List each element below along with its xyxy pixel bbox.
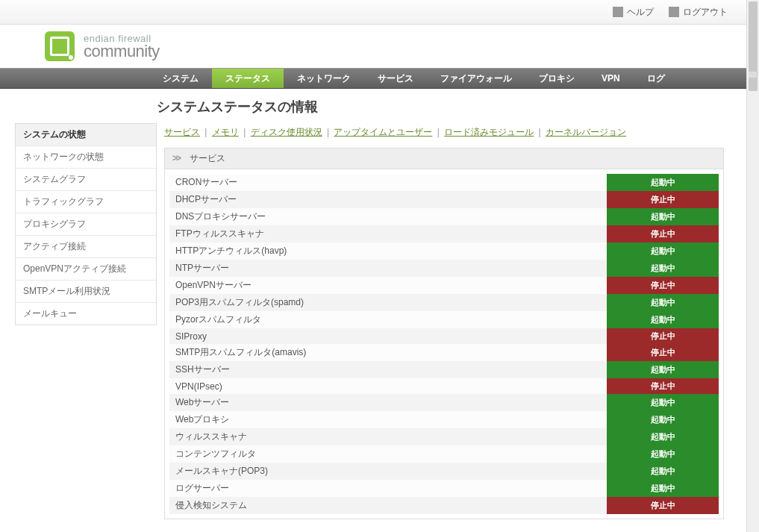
nav-tab[interactable]: システム xyxy=(149,69,212,88)
service-name: VPN(IPsec) xyxy=(169,378,607,394)
subnav-link[interactable]: ロード済みモジュール xyxy=(444,127,534,137)
table-row: コンテンツフィルタ起動中 xyxy=(169,445,719,463)
separator: | xyxy=(202,127,210,137)
table-row: ウィルススキャナ起動中 xyxy=(169,428,719,445)
sidebar-item[interactable]: システムの状態 xyxy=(16,124,156,146)
sidebar-item[interactable]: SMTPメール利用状況 xyxy=(16,281,156,303)
service-name: NTPサーバー xyxy=(169,260,607,277)
service-name: Webプロキシ xyxy=(169,411,607,428)
separator: | xyxy=(536,127,543,137)
service-status: 起動中 xyxy=(607,208,719,225)
sidebar-item[interactable]: OpenVPNアクティブ接続 xyxy=(16,258,156,281)
nav-tab[interactable]: ネットワーク xyxy=(284,69,364,88)
service-status: 起動中 xyxy=(607,411,719,428)
service-name: メールスキャナ(POP3) xyxy=(169,463,607,480)
nav-tab[interactable]: ログ xyxy=(634,69,678,88)
service-status: 起動中 xyxy=(607,242,719,260)
subnav-link[interactable]: メモリ xyxy=(212,127,239,137)
service-status: 起動中 xyxy=(607,361,719,378)
table-row: HTTPアンチウィルス(havp)起動中 xyxy=(169,242,719,260)
service-name: コンテンツフィルタ xyxy=(169,445,607,463)
table-row: メールスキャナ(POP3)起動中 xyxy=(169,463,719,480)
sidebar-item[interactable]: ネットワークの状態 xyxy=(16,146,156,169)
scrollbar-mark xyxy=(749,72,757,78)
table-row: POP3用スパムフィルタ(spamd)起動中 xyxy=(169,294,719,311)
table-row: OpenVPNサーバー停止中 xyxy=(169,277,719,294)
service-status: 起動中 xyxy=(607,428,719,445)
content: サービス | メモリ | ディスク使用状況 | アップタイムとユーザー | ロー… xyxy=(157,123,746,532)
nav-tab[interactable]: ファイアウォール xyxy=(427,69,525,88)
subnav-link[interactable]: アップタイムとユーザー xyxy=(334,127,432,137)
service-status: 停止中 xyxy=(607,497,719,514)
header: endian firewall community xyxy=(0,25,746,68)
nav-tab[interactable]: プロキシ xyxy=(525,69,588,88)
table-row: SIProxy停止中 xyxy=(169,328,719,344)
chevron-icon: >> xyxy=(172,153,180,163)
panel-header: >> サービス xyxy=(165,148,723,169)
service-status: 起動中 xyxy=(607,463,719,480)
sidebar-item[interactable]: プロキシグラフ xyxy=(16,213,156,236)
logout-icon xyxy=(669,7,679,17)
subnav-link[interactable]: ディスク使用状況 xyxy=(251,127,322,137)
separator: | xyxy=(241,127,249,137)
table-row: Pyzorスパムフィルタ起動中 xyxy=(169,311,719,328)
service-name: ウィルススキャナ xyxy=(169,428,607,445)
help-link[interactable]: ヘルプ xyxy=(613,6,654,19)
separator: | xyxy=(434,127,442,137)
nav-tab[interactable]: サービス xyxy=(364,69,427,88)
service-name: SMTP用スパムフィルタ(amavis) xyxy=(169,344,607,361)
service-name: SSHサーバー xyxy=(169,361,607,378)
service-name: ログサーバー xyxy=(169,480,607,497)
logout-link[interactable]: ログアウト xyxy=(669,6,728,19)
vertical-scrollbar[interactable] xyxy=(746,0,759,532)
logo-text: endian firewall community xyxy=(84,34,160,60)
table-row: Webサーバー起動中 xyxy=(169,394,719,411)
table-row: 侵入検知システム停止中 xyxy=(169,497,719,514)
main-nav: システムステータスネットワークサービスファイアウォールプロキシVPNログ xyxy=(0,68,746,89)
table-row: DNSプロキシサーバー起動中 xyxy=(169,208,719,225)
table-row: SSHサーバー起動中 xyxy=(169,361,719,378)
service-status: 停止中 xyxy=(607,191,719,208)
service-status: 停止中 xyxy=(607,277,719,294)
separator: | xyxy=(325,127,332,137)
nav-tab[interactable]: ステータス xyxy=(212,69,284,88)
services-panel: >> サービス CRONサーバー起動中DHCPサーバー停止中DNSプロキシサーバ… xyxy=(164,148,724,519)
help-label: ヘルプ xyxy=(627,6,654,19)
service-name: CRONサーバー xyxy=(169,174,607,191)
sidebar-item[interactable]: メールキュー xyxy=(16,303,156,325)
sidebar-item[interactable]: システムグラフ xyxy=(16,169,156,191)
service-name: POP3用スパムフィルタ(spamd) xyxy=(169,294,607,311)
service-status: 起動中 xyxy=(607,394,719,411)
sub-nav: サービス | メモリ | ディスク使用状況 | アップタイムとユーザー | ロー… xyxy=(164,123,724,148)
table-row: SMTP用スパムフィルタ(amavis)停止中 xyxy=(169,344,719,361)
page-title: システムステータスの情報 xyxy=(0,89,746,123)
topbar: ヘルプ ログアウト xyxy=(0,0,746,25)
service-name: Pyzorスパムフィルタ xyxy=(169,311,607,328)
logout-label: ログアウト xyxy=(683,6,728,19)
service-status: 停止中 xyxy=(607,378,719,394)
sidebar-item[interactable]: アクティブ接続 xyxy=(16,236,156,258)
service-status: 起動中 xyxy=(607,260,719,277)
help-icon xyxy=(613,7,623,17)
brand-big: community xyxy=(84,43,160,60)
service-status: 起動中 xyxy=(607,294,719,311)
subnav-link[interactable]: カーネルバージョン xyxy=(546,127,626,137)
table-row: Webプロキシ起動中 xyxy=(169,411,719,428)
service-name: Webサーバー xyxy=(169,394,607,411)
sidebar-item[interactable]: トラフィックグラフ xyxy=(16,191,156,213)
service-name: FTPウィルススキャナ xyxy=(169,225,607,242)
scrollbar-thumb[interactable] xyxy=(749,1,758,91)
service-name: DHCPサーバー xyxy=(169,191,607,208)
table-row: CRONサーバー起動中 xyxy=(169,174,719,191)
subnav-link[interactable]: サービス xyxy=(164,127,200,137)
table-row: DHCPサーバー停止中 xyxy=(169,191,719,208)
services-table: CRONサーバー起動中DHCPサーバー停止中DNSプロキシサーバー起動中FTPウ… xyxy=(169,174,719,514)
table-row: NTPサーバー起動中 xyxy=(169,260,719,277)
service-status: 起動中 xyxy=(607,480,719,497)
service-status: 起動中 xyxy=(607,174,719,191)
service-name: DNSプロキシサーバー xyxy=(169,208,607,225)
service-status: 停止中 xyxy=(607,328,719,344)
panel-title: サービス xyxy=(190,153,225,163)
nav-tab[interactable]: VPN xyxy=(588,69,634,88)
service-status: 停止中 xyxy=(607,225,719,242)
